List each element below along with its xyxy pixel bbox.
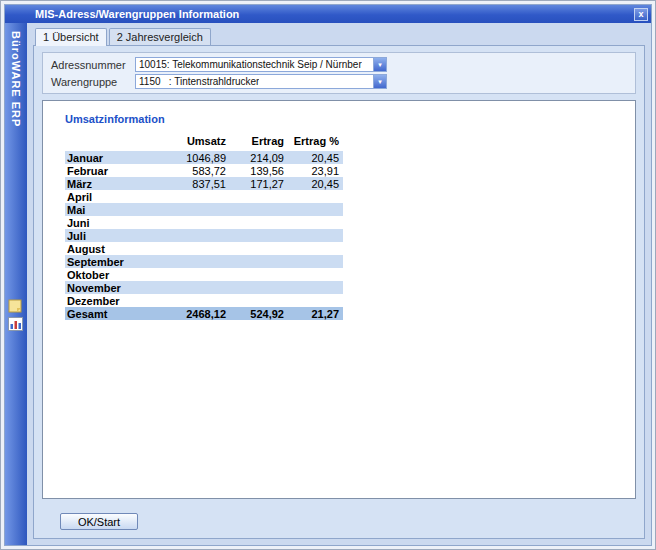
month-cell: Oktober (65, 268, 160, 281)
umsatz-cell (160, 294, 230, 307)
window-title: MIS-Adress/Warengruppen Information (35, 8, 239, 20)
main-content: 1 Übersicht 2 Jahresvergleich Adressnumm… (27, 23, 651, 545)
total-umsatz-cell: 2468,12 (160, 307, 230, 320)
brand-label: BüroWARE ERP (10, 31, 22, 127)
ertrag-pct-cell (288, 281, 343, 294)
ertrag-pct-cell (288, 242, 343, 255)
ertrag-cell (230, 190, 288, 203)
table-row: Oktober (65, 268, 343, 281)
month-cell: September (65, 255, 160, 268)
tab-bar: 1 Übersicht 2 Jahresvergleich (33, 27, 645, 45)
month-cell: Juni (65, 216, 160, 229)
table-row: August (65, 242, 343, 255)
ertrag-pct-cell: 20,45 (288, 151, 343, 164)
table-row: Februar 583,72 139,56 23,91 (65, 164, 343, 177)
table-header-row: Umsatz Ertrag Ertrag % (65, 135, 343, 151)
ertrag-pct-cell (288, 190, 343, 203)
tab-page-uebersicht: Adressnummer 10015: Telekommunikationste… (33, 45, 645, 539)
umsatz-cell: 1046,89 (160, 151, 230, 164)
selection-form: Adressnummer 10015: Telekommunikationste… (42, 52, 636, 94)
month-cell: November (65, 281, 160, 294)
ertrag-column-header: Ertrag (230, 135, 288, 151)
month-cell: März (65, 177, 160, 190)
panel-title: Umsatzinformation (65, 113, 635, 125)
month-cell: Februar (65, 164, 160, 177)
ertrag-cell (230, 294, 288, 307)
brand-sidebar: BüroWARE ERP (5, 23, 27, 545)
umsatz-cell (160, 242, 230, 255)
ertrag-cell (230, 281, 288, 294)
ok-start-button[interactable]: OK/Start (60, 513, 138, 530)
ertrag-cell (230, 255, 288, 268)
ertrag-pct-cell: 23,91 (288, 164, 343, 177)
chart-icon[interactable] (8, 317, 23, 331)
month-cell: August (65, 242, 160, 255)
umsatz-cell (160, 216, 230, 229)
adressnummer-value: 10015: Telekommunikationstechnik Seip / … (139, 59, 362, 70)
table-row: April (65, 190, 343, 203)
umsatz-panel: Umsatzinformation Umsatz Ertrag Er (42, 100, 636, 499)
month-cell: Dezember (65, 294, 160, 307)
ertrag-pct-cell (288, 268, 343, 281)
ertrag-cell (230, 268, 288, 281)
month-column-header (65, 135, 160, 151)
title-bar[interactable]: MIS-Adress/Warengruppen Information x (5, 5, 651, 23)
table-row: März 837,51 171,27 20,45 (65, 177, 343, 190)
tab-uebersicht[interactable]: 1 Übersicht (35, 28, 107, 46)
warengruppe-label: Warengruppe (51, 76, 135, 88)
ertrag-cell (230, 229, 288, 242)
window-body: BüroWARE ERP (5, 23, 651, 545)
close-button[interactable]: x (634, 8, 648, 21)
ertrag-pct-cell (288, 255, 343, 268)
ertrag-pct-cell (288, 229, 343, 242)
umsatz-cell (160, 268, 230, 281)
ertrag-pct-cell (288, 216, 343, 229)
total-ertrag-cell: 524,92 (230, 307, 288, 320)
umsatz-cell (160, 255, 230, 268)
ertrag-pct-cell (288, 294, 343, 307)
warengruppe-field[interactable]: 1150 : Tintenstrahldrucker ▾ (135, 74, 387, 89)
ertrag-cell (230, 216, 288, 229)
table-row: Januar 1046,89 214,09 20,45 (65, 151, 343, 164)
month-cell: April (65, 190, 160, 203)
umsatz-cell (160, 203, 230, 216)
window-frame: MIS-Adress/Warengruppen Information x Bü… (4, 4, 652, 546)
umsatz-table: Umsatz Ertrag Ertrag % Januar 1046,89 21… (65, 135, 343, 320)
month-cell: Januar (65, 151, 160, 164)
month-cell: Mai (65, 203, 160, 216)
ertrag-cell: 139,56 (230, 164, 288, 177)
table-row: Juli (65, 229, 343, 242)
form-row-adressnummer: Adressnummer 10015: Telekommunikationste… (51, 56, 627, 73)
ertrag-cell (230, 203, 288, 216)
umsatz-column-header: Umsatz (160, 135, 230, 151)
table-row: September (65, 255, 343, 268)
adressnummer-field[interactable]: 10015: Telekommunikationstechnik Seip / … (135, 57, 387, 72)
sidebar-icon-group (8, 299, 23, 331)
table-row: November (65, 281, 343, 294)
application-window: MIS-Adress/Warengruppen Information x Bü… (0, 0, 656, 550)
umsatz-cell: 837,51 (160, 177, 230, 190)
total-ertrag-pct-cell: 21,27 (288, 307, 343, 320)
warengruppe-lookup-button[interactable]: ▾ (373, 75, 386, 88)
note-icon[interactable] (8, 299, 23, 313)
total-label-cell: Gesamt (65, 307, 160, 320)
table-row: Mai (65, 203, 343, 216)
table-row: Juni (65, 216, 343, 229)
warengruppe-value: 1150 : Tintenstrahldrucker (139, 76, 259, 87)
ertrag-cell: 214,09 (230, 151, 288, 164)
ertrag-pct-cell (288, 203, 343, 216)
table-total-row: Gesamt 2468,12 524,92 21,27 (65, 307, 343, 320)
table-row: Dezember (65, 294, 343, 307)
adressnummer-label: Adressnummer (51, 59, 135, 71)
ertrag-pct-cell: 20,45 (288, 177, 343, 190)
month-cell: Juli (65, 229, 160, 242)
umsatz-cell: 583,72 (160, 164, 230, 177)
ertrag-cell: 171,27 (230, 177, 288, 190)
ertrag-cell (230, 242, 288, 255)
adressnummer-lookup-button[interactable]: ▾ (373, 58, 386, 71)
umsatz-cell (160, 281, 230, 294)
form-row-warengruppe: Warengruppe 1150 : Tintenstrahldrucker ▾ (51, 73, 627, 90)
umsatz-cell (160, 229, 230, 242)
umsatz-cell (160, 190, 230, 203)
tab-jahresvergleich[interactable]: 2 Jahresvergleich (109, 28, 211, 45)
